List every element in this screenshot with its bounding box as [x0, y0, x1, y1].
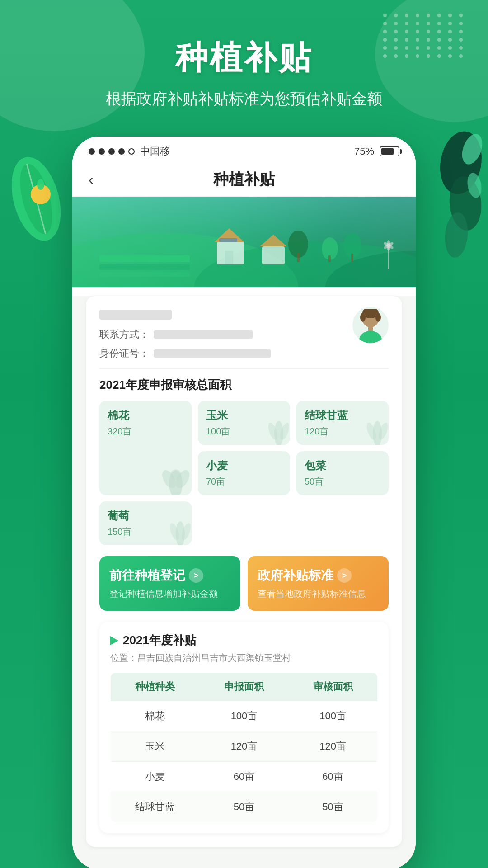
svg-point-35: [360, 313, 366, 322]
annual-area-title: 2021年度申报审核总面积: [99, 377, 389, 393]
table-row: 棉花100亩100亩: [111, 701, 378, 731]
crop-icon-grape: [164, 518, 192, 545]
subsidy-standard-sub: 查看当地政府补贴标准信息: [258, 588, 379, 600]
table-cell-reported: 100亩: [200, 701, 288, 731]
signal-dot-5: [128, 148, 135, 155]
crop-card-baicai: 包菜 50亩: [296, 451, 389, 495]
signal-dot-3: [108, 148, 115, 155]
crop-icon-corn: [263, 418, 290, 445]
table-cell-reported: 60亩: [200, 762, 288, 792]
crop-area-wheat: 70亩: [206, 476, 282, 488]
phone-navbar: ‹ 种植补贴: [72, 163, 416, 197]
svg-rect-27: [351, 254, 353, 262]
subsidy-section: 2021年度补贴 位置：昌吉回族自治州昌吉市大西渠镇玉堂村 种植种类 申报面积 …: [99, 622, 389, 833]
crop-card-wheat: 小麦 70亩: [198, 451, 290, 495]
table-cell-approved: 50亩: [288, 792, 377, 822]
carrier-label: 中国移: [140, 145, 170, 158]
planting-register-title: 前往种植登记 >: [109, 567, 230, 584]
table-cell-approved: 100亩: [288, 701, 377, 731]
crop-card-grape: 葡萄 150亩: [99, 501, 192, 545]
user-avatar: [352, 307, 389, 343]
user-card: 联系方式： 身份证号：: [86, 296, 402, 847]
page-main-title: 种植补贴: [175, 36, 313, 80]
svg-rect-38: [368, 326, 373, 331]
battery-percent: 75%: [354, 146, 374, 157]
id-label: 身份证号：: [99, 347, 149, 360]
phone-body: 联系方式： 身份证号：: [72, 296, 416, 868]
table-cell-crop: 玉米: [111, 731, 200, 762]
table-cell-crop: 棉花: [111, 701, 200, 731]
svg-rect-20: [262, 246, 285, 264]
hero-farm-scene: [72, 197, 416, 287]
action-buttons-row: 前往种植登记 > 登记种植信息增加补贴金额 政府补贴标准 >: [99, 556, 389, 611]
phone-mockup: 中国移 75% ‹ 种植补贴: [72, 137, 416, 868]
signal-dot-4: [118, 148, 125, 155]
crop-icon-cotton: [153, 457, 192, 495]
crop-card-cabbage: 结球甘蓝 120亩: [296, 401, 389, 445]
crop-area-cotton: 320亩: [108, 425, 183, 438]
table-cell-reported: 120亩: [200, 731, 288, 762]
table-header-approved: 审核面积: [288, 673, 377, 701]
table-header-reported: 申报面积: [200, 673, 288, 701]
signal-dot-2: [99, 148, 105, 155]
table-row: 结球甘蓝50亩50亩: [111, 792, 378, 822]
crop-card-corn: 玉米 100亩: [198, 401, 290, 445]
contact-row: 联系方式：: [99, 328, 389, 341]
subsidy-standard-title: 政府补贴标准 >: [258, 567, 379, 584]
table-row: 玉米120亩120亩: [111, 731, 378, 762]
crop-name-baicai: 包菜: [305, 458, 380, 473]
phone-status-bar: 中国移 75%: [72, 137, 416, 163]
page-subtitle: 根据政府补贴补贴标准为您预估补贴金额: [106, 89, 382, 109]
battery-icon: [380, 146, 399, 156]
svg-rect-14: [99, 255, 190, 262]
subsidy-table: 种植种类 申报面积 审核面积 棉花100亩100亩玉米120亩120亩小麦60亩…: [110, 672, 378, 822]
svg-rect-28: [219, 238, 237, 242]
id-value-blurred: [154, 349, 271, 358]
crop-name-cotton: 棉花: [108, 408, 183, 423]
svg-rect-15: [99, 264, 190, 270]
contact-value-blurred: [154, 330, 253, 339]
svg-point-42: [170, 469, 181, 480]
back-button[interactable]: ‹: [89, 171, 94, 188]
table-cell-reported: 50亩: [200, 792, 288, 822]
navbar-title: 种植补贴: [213, 169, 275, 190]
svg-rect-16: [99, 272, 190, 277]
contact-label: 联系方式：: [99, 328, 149, 341]
table-header-crop: 种植种类: [111, 673, 200, 701]
user-divider: [99, 368, 389, 369]
subsidy-standard-arrow: >: [337, 568, 352, 583]
table-row: 小麦60亩60亩: [111, 762, 378, 792]
status-left: 中国移: [89, 145, 170, 158]
subsidy-standard-button[interactable]: 政府补贴标准 > 查看当地政府补贴标准信息: [248, 556, 389, 611]
user-name-blurred: [99, 310, 172, 320]
crop-grid: 棉花 320亩 玉米: [99, 401, 389, 545]
svg-rect-19: [225, 251, 233, 264]
status-right: 75%: [354, 146, 399, 157]
svg-rect-25: [328, 255, 331, 262]
svg-point-36: [375, 313, 381, 322]
table-cell-crop: 结球甘蓝: [111, 792, 200, 822]
crop-icon-cabbage: [361, 418, 389, 445]
svg-point-37: [359, 331, 382, 343]
table-cell-crop: 小麦: [111, 762, 200, 792]
signal-dot-1: [89, 148, 95, 155]
crop-area-baicai: 50亩: [305, 476, 380, 488]
crop-card-cotton: 棉花 320亩: [99, 401, 192, 495]
subsidy-year-title: 2021年度补贴: [110, 632, 378, 648]
triangle-icon: [110, 636, 118, 645]
subsidy-location: 位置：昌吉回族自治州昌吉市大西渠镇玉堂村: [110, 652, 378, 664]
id-row: 身份证号：: [99, 347, 389, 360]
svg-rect-23: [297, 253, 300, 262]
table-cell-approved: 60亩: [288, 762, 377, 792]
planting-register-sub: 登记种植信息增加补贴金额: [109, 588, 230, 600]
planting-register-button[interactable]: 前往种植登记 > 登记种植信息增加补贴金额: [99, 556, 240, 611]
planting-register-arrow: >: [189, 568, 203, 583]
crop-name-wheat: 小麦: [206, 458, 282, 473]
table-cell-approved: 120亩: [288, 731, 377, 762]
battery-fill: [381, 148, 394, 155]
